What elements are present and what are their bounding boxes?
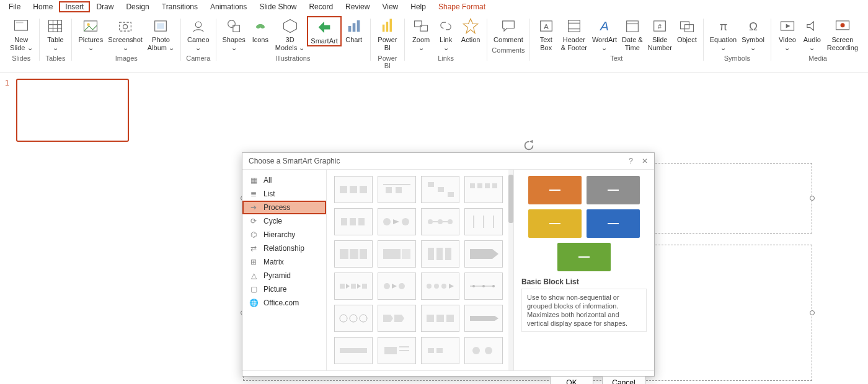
video-label: Video ⌄ <box>779 36 796 52</box>
svg-rect-2 <box>49 20 62 32</box>
new-slide-button[interactable]: New Slide ⌄ <box>7 16 35 52</box>
video-button[interactable]: Video ⌄ <box>775 16 800 52</box>
dialog-titlebar[interactable]: Choose a SmartArt Graphic ? ✕ <box>242 153 654 169</box>
icons-button[interactable]: Icons <box>248 16 273 44</box>
category-office[interactable]: 🌐Office.com <box>242 296 326 310</box>
shapes-button[interactable]: Shapes ⌄ <box>219 16 247 52</box>
link-button[interactable]: Link ⌄ <box>433 16 458 52</box>
category-all[interactable]: ▦All <box>242 173 326 187</box>
tab-transitions[interactable]: Transitions <box>156 1 204 12</box>
tab-file[interactable]: File <box>2 1 27 12</box>
gallery-item[interactable] <box>421 240 459 268</box>
3d-models-button[interactable]: 3D Models ⌄ <box>273 16 308 52</box>
tab-insert[interactable]: Insert <box>59 1 90 12</box>
powerbi-button[interactable]: Power BI <box>375 16 400 52</box>
cameo-button[interactable]: Cameo ⌄ <box>185 16 211 52</box>
gallery-item[interactable] <box>421 305 459 332</box>
tab-design[interactable]: Design <box>120 1 155 12</box>
screenshot-icon <box>117 17 134 35</box>
gallery-item[interactable] <box>334 176 373 203</box>
category-hierarchy-label: Hierarchy <box>264 230 295 239</box>
photo-album-button[interactable]: Photo Album ⌄ <box>145 16 177 52</box>
action-button[interactable]: Action <box>458 16 483 44</box>
svg-marker-83 <box>346 284 350 289</box>
symbol-button[interactable]: Ω Symbol ⌄ <box>739 16 767 52</box>
datetime-button[interactable]: Date & Time <box>619 16 645 52</box>
tab-shape-format[interactable]: Shape Format <box>432 1 492 12</box>
gallery-scrollbar-thumb[interactable] <box>508 175 513 223</box>
smartart-button[interactable]: SmartArt <box>307 16 341 46</box>
equation-button[interactable]: π Equation ⌄ <box>707 16 739 52</box>
audio-button[interactable]: Audio ⌄ <box>800 16 825 52</box>
svg-rect-47 <box>350 186 357 193</box>
comment-button[interactable]: Comment <box>491 16 526 44</box>
gallery-scrollbar[interactable] <box>508 170 513 370</box>
gallery-item[interactable] <box>421 273 459 300</box>
gallery-item[interactable] <box>334 208 373 235</box>
category-picture[interactable]: ▢Picture <box>242 282 326 296</box>
gallery-item[interactable] <box>334 240 373 268</box>
dialog-help-button[interactable]: ? <box>629 157 633 165</box>
gallery-item[interactable] <box>378 273 416 300</box>
object-button[interactable]: Object <box>675 16 699 44</box>
tab-view[interactable]: View <box>376 1 404 12</box>
category-list[interactable]: ≣List <box>242 187 326 201</box>
group-label-links: Links <box>438 55 454 62</box>
gallery-item[interactable] <box>334 273 373 300</box>
smartart-gallery <box>327 170 514 370</box>
tab-animations[interactable]: Animations <box>204 1 253 12</box>
gallery-item[interactable] <box>464 305 503 332</box>
textbox-button[interactable]: A Text Box <box>534 16 559 52</box>
gallery-item[interactable] <box>464 240 503 268</box>
slide-thumbnails-panel[interactable]: 1 <box>0 72 134 384</box>
dialog-close-button[interactable]: ✕ <box>642 157 648 165</box>
category-pyramid[interactable]: △Pyramid <box>242 269 326 282</box>
ok-button[interactable]: OK <box>550 376 593 384</box>
svg-point-92 <box>441 284 446 289</box>
3d-models-icon <box>281 17 299 35</box>
slidenumber-button[interactable]: # Slide Number <box>645 16 675 52</box>
category-cycle[interactable]: ⟳Cycle <box>242 214 326 228</box>
category-hierarchy[interactable]: ⌬Hierarchy <box>242 228 326 242</box>
wordart-button[interactable]: A WordArt ⌄ <box>590 16 619 52</box>
tab-help[interactable]: Help <box>404 1 432 12</box>
group-comments: Comment Comments <box>487 16 529 72</box>
svg-marker-106 <box>470 316 498 321</box>
tab-record[interactable]: Record <box>303 1 339 12</box>
screenshot-button[interactable]: Screenshot ⌄ <box>105 16 145 52</box>
tab-review[interactable]: Review <box>339 1 376 12</box>
table-button[interactable]: Table ⌄ <box>43 16 68 52</box>
tab-draw[interactable]: Draw <box>90 1 120 12</box>
gallery-item[interactable] <box>421 208 459 235</box>
gallery-item[interactable] <box>378 176 416 203</box>
tab-home[interactable]: Home <box>27 1 59 12</box>
cancel-button[interactable]: Cancel <box>602 376 645 384</box>
gallery-item[interactable] <box>421 337 459 364</box>
category-relationship[interactable]: ⇄Relationship <box>242 242 326 255</box>
zoom-button[interactable]: Zoom ⌄ <box>409 16 433 52</box>
gallery-item[interactable] <box>334 337 373 364</box>
gallery-item[interactable] <box>464 337 503 364</box>
screenrec-button[interactable]: Screen Recording <box>825 16 861 52</box>
gallery-item[interactable] <box>334 305 373 332</box>
chart-button[interactable]: Chart <box>342 16 366 44</box>
pictures-button[interactable]: Pictures ⌄ <box>76 16 105 52</box>
svg-rect-1 <box>16 22 24 23</box>
category-matrix[interactable]: ⊞Matrix <box>242 255 326 269</box>
tab-slideshow[interactable]: Slide Show <box>253 1 303 12</box>
svg-rect-75 <box>360 249 367 259</box>
slide-thumbnail-1[interactable] <box>16 79 129 142</box>
gallery-item[interactable] <box>464 273 503 300</box>
svg-point-10 <box>123 25 128 29</box>
gallery-item[interactable] <box>464 208 503 235</box>
headerfooter-button[interactable]: Header & Footer <box>559 16 590 52</box>
pyramid-icon: △ <box>249 271 259 280</box>
gallery-item[interactable] <box>378 305 416 332</box>
svg-rect-74 <box>350 249 358 259</box>
gallery-item[interactable] <box>464 176 503 203</box>
gallery-item[interactable] <box>378 240 416 268</box>
gallery-item[interactable] <box>421 176 459 203</box>
gallery-item[interactable] <box>378 208 416 235</box>
gallery-item[interactable] <box>378 337 416 364</box>
category-process[interactable]: ➔Process <box>242 201 326 214</box>
